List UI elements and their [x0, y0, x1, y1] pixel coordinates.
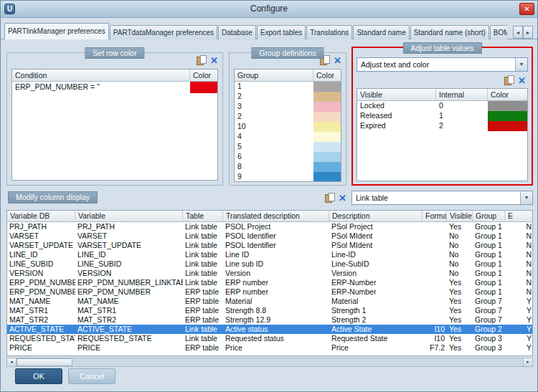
cell: [423, 259, 447, 269]
column-header-group[interactable]: Group: [473, 211, 505, 221]
tab-bom-name[interactable]: BOM name: [490, 25, 507, 39]
cell: VERSION: [75, 269, 183, 278]
tab-partdatamanager-preferences[interactable]: PARTdataManager preferences: [110, 25, 217, 39]
ok-button[interactable]: OK: [15, 368, 62, 384]
group-row[interactable]: 2: [235, 92, 341, 102]
table-row[interactable]: ERP_PDM_NUMBERERP_PDM_NUMBERERP tableERP…: [7, 287, 532, 297]
column-header-translated-description[interactable]: Translated description: [223, 211, 329, 221]
table-row[interactable]: LINE_IDLINE_IDLink tableLine IDLine-IDNo…: [7, 250, 532, 259]
column-header-color[interactable]: Color: [313, 70, 341, 81]
column-header-variable-db[interactable]: Variable DB: [7, 211, 75, 221]
condition-row[interactable]: ERP_PDM_NUMBER = '': [12, 82, 217, 93]
column-header-group[interactable]: Group: [235, 70, 313, 81]
color-swatch[interactable]: [313, 142, 341, 152]
table-select-dropdown[interactable]: Link table ▼: [351, 191, 533, 205]
cell: No: [447, 250, 473, 259]
tab-scroll-left-icon[interactable]: ◄: [513, 26, 523, 39]
column-display-table-header: Variable DBVariableTableTranslated descr…: [7, 211, 532, 222]
tab-standard-name-short[interactable]: Standard name (short): [410, 25, 489, 39]
column-header-visible[interactable]: Visible: [357, 89, 436, 100]
column-header-condition[interactable]: Condition: [12, 70, 190, 81]
group-row[interactable]: 2: [235, 112, 341, 122]
group-row[interactable]: 5: [235, 142, 341, 152]
value-row[interactable]: Released1: [357, 111, 527, 121]
color-swatch[interactable]: [488, 121, 527, 131]
tab-database[interactable]: Database: [218, 25, 256, 39]
table-row[interactable]: PRICEPRICEERP tablePricePriceF7.2YesGrou…: [7, 343, 532, 353]
table-row[interactable]: ACTIVE_STATEACTIVE_STATELink tableActive…: [7, 325, 532, 334]
table-row[interactable]: MAT_STR2MAT_STR2ERP tableStrength 12.9St…: [7, 315, 532, 325]
paste-icon[interactable]: [325, 193, 335, 204]
group-row[interactable]: 9: [235, 172, 341, 182]
cancel-button[interactable]: Cancel: [68, 368, 115, 384]
table-row[interactable]: MAT_STR1MAT_STR1ERP tableStrength 8.8Str…: [7, 306, 532, 315]
column-header-color[interactable]: Color: [488, 89, 527, 100]
cell: Group 1: [473, 287, 505, 297]
set-row-color-table: Condition Color ERP_PDM_NUMBER = '': [11, 69, 218, 181]
delete-icon[interactable]: ✕: [339, 193, 346, 204]
group-row[interactable]: 4: [235, 132, 341, 142]
scroll-left-icon[interactable]: ◄: [7, 358, 16, 366]
horizontal-scrollbar[interactable]: ◄ ►: [6, 358, 533, 367]
tab-partlinkmanager-preferences[interactable]: PARTlinkManager preferences: [4, 23, 109, 39]
delete-icon[interactable]: ✕: [518, 75, 526, 86]
color-swatch[interactable]: [313, 162, 341, 172]
color-swatch[interactable]: [488, 101, 527, 111]
color-swatch[interactable]: [313, 122, 341, 132]
color-swatch[interactable]: [313, 172, 341, 182]
column-header-variable[interactable]: Variable: [75, 211, 183, 221]
table-row[interactable]: MAT_NAMEMAT_NAMEERP tableMaterialMateria…: [7, 297, 532, 306]
table-row[interactable]: LINE_SUBIDLINE_SUBIDLink tableLine sub I…: [7, 259, 532, 269]
cell: F7.2: [423, 343, 447, 353]
value-row[interactable]: Locked0: [357, 101, 527, 111]
table-row[interactable]: PRJ_PATHPRJ_PATHLink tablePSOL ProjectPS…: [7, 222, 532, 231]
scrollbar-track[interactable]: [72, 358, 523, 366]
color-swatch[interactable]: [488, 111, 527, 121]
column-header-table[interactable]: Table: [183, 211, 223, 221]
paste-icon[interactable]: [197, 55, 207, 66]
delete-icon[interactable]: ✕: [334, 55, 341, 66]
color-swatch[interactable]: [313, 152, 341, 162]
color-swatch[interactable]: [313, 92, 341, 102]
column-header-color[interactable]: Color: [190, 70, 217, 81]
group-row[interactable]: 6: [235, 152, 341, 162]
cell: N: [505, 222, 533, 231]
color-swatch[interactable]: [313, 132, 341, 142]
column-header-e[interactable]: E: [505, 211, 533, 221]
table-row[interactable]: REQUESTED_STATEREQUESTED_STATELink table…: [7, 334, 532, 343]
column-header-format[interactable]: Format: [423, 211, 447, 221]
table-row[interactable]: VARSET_UPDATEVARSET_UPDATELink tablePSOL…: [7, 241, 532, 250]
column-header-visible[interactable]: Visible: [447, 211, 473, 221]
cell: ACTIVE_STATE: [75, 325, 183, 334]
color-swatch[interactable]: [313, 82, 341, 92]
table-row[interactable]: VERSIONVERSIONLink tableVersionVersionNo…: [7, 269, 532, 278]
scroll-right-icon[interactable]: ►: [523, 358, 532, 366]
tab-standard-name[interactable]: Standard name: [353, 25, 409, 39]
paste-icon[interactable]: [504, 75, 514, 86]
cell: REQUESTED_STATE: [7, 334, 75, 343]
color-swatch[interactable]: [313, 112, 341, 122]
table-row[interactable]: VARSETVARSETLink tablePSOL IdentifierPSo…: [7, 231, 532, 241]
adjust-table-values-body: Locked0Released1Expired2: [357, 101, 527, 131]
color-swatch[interactable]: [313, 102, 341, 112]
group-row[interactable]: 1: [235, 82, 341, 92]
column-header-description[interactable]: Description: [329, 211, 423, 221]
group-row[interactable]: 3: [235, 102, 341, 112]
chevron-down-icon[interactable]: ▼: [515, 58, 527, 71]
group-row[interactable]: 10: [235, 122, 341, 132]
tab-translations[interactable]: Translations: [306, 25, 352, 39]
table-row[interactable]: ERP_PDM_NUMBERERP_PDM_NUMBER_LINKTABLELi…: [7, 278, 532, 287]
column-header-internal[interactable]: Internal: [436, 89, 488, 100]
scrollbar-thumb[interactable]: [16, 358, 72, 366]
color-swatch[interactable]: [190, 82, 217, 93]
tab-scroll-right-icon[interactable]: ►: [523, 26, 533, 39]
value-row[interactable]: Expired2: [357, 121, 527, 131]
tab-export-tables[interactable]: Export tables: [257, 25, 306, 39]
delete-icon[interactable]: ✕: [210, 55, 218, 66]
adjust-mode-dropdown[interactable]: Adjust text and color ▼: [357, 57, 528, 72]
close-icon[interactable]: ✕: [519, 3, 534, 15]
cell: Line ID: [223, 250, 329, 259]
chevron-down-icon[interactable]: ▼: [520, 191, 532, 204]
cell: PRICE: [7, 343, 75, 353]
group-row[interactable]: 8: [235, 162, 341, 172]
